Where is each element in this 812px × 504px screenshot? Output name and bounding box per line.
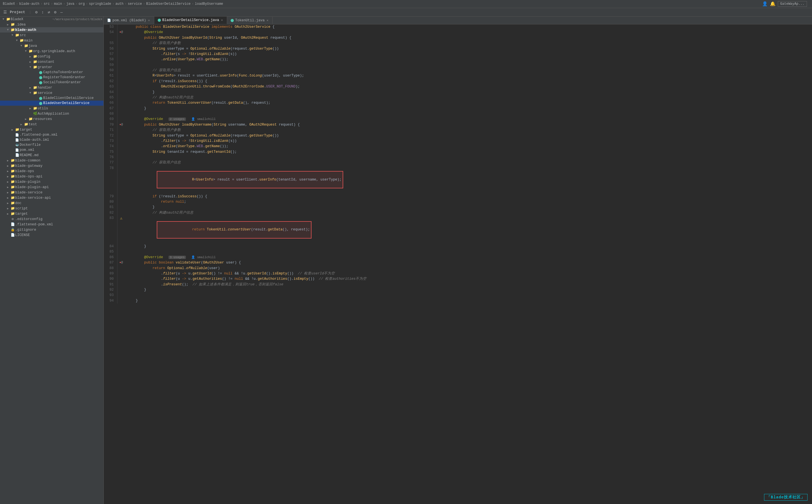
tree-item-script[interactable]: ▶ 📁 script (0, 206, 103, 211)
tab-token-util[interactable]: ⬤ TokenUtil.java ✕ (227, 17, 273, 24)
toolbar-minimize-icon[interactable]: — (59, 10, 64, 15)
java-icon-captcha: ⬤ (38, 71, 43, 74)
line-num-92: 92 (104, 287, 117, 293)
code-editor[interactable]: 53 public class BladeUserDetailService i… (104, 24, 812, 504)
tree-item-captcha[interactable]: ⬤ CaptchaTokenGranter (0, 70, 103, 75)
notification-icon[interactable]: 🔔 (770, 1, 776, 7)
tree-item-test[interactable]: ▶ 📁 test (0, 122, 103, 127)
code-line-66: return TokenUtil.convertUser(result.getD… (125, 100, 812, 106)
gateway-label[interactable]: GateWayAp... (778, 1, 807, 7)
breadcrumb-blade-auth[interactable]: blade-auth (19, 2, 39, 6)
tree-item-idea[interactable]: ▶ 📁 .idea (0, 22, 103, 27)
tree-item-social[interactable]: ⬤ SocialTokenGranter (0, 80, 103, 85)
tab-pom[interactable]: 📄 pom.xml (BladeX) ✕ (104, 17, 154, 24)
tree-item-bladex-root[interactable]: ▼ 📁 BladeX ~/Workspaces/product/BladeX (0, 17, 103, 22)
tree-item-resources[interactable]: ▶ 📁 resources (0, 116, 103, 122)
tree-item-editorconfig[interactable]: ⚙ .editorconfig (0, 216, 103, 222)
tree-item-gitignore[interactable]: 🔒 .gitignore (0, 227, 103, 232)
breadcrumb-method[interactable]: loadByUsername (195, 2, 223, 6)
gitignore-icon: 🔒 (10, 228, 15, 232)
code-row-91: 91 .isPresent(); // 如果上述条件都满足，则返回true，否则… (104, 282, 812, 287)
arrow-src: ▼ (10, 34, 15, 37)
tree-item-target-auth[interactable]: ▶ 📁 target (0, 127, 103, 132)
tab-close-token-util[interactable]: ✕ (266, 18, 269, 22)
tree-item-license[interactable]: 📄 LICENSE (0, 232, 103, 238)
tree-item-config[interactable]: ▶ 📁 config (0, 54, 103, 59)
toolbar-expand-icon[interactable]: ↕ (40, 10, 45, 15)
breadcrumb-auth[interactable]: auth (116, 2, 124, 6)
breadcrumb-main[interactable]: main (54, 2, 62, 6)
tree-item-readme[interactable]: 📄 README.md (0, 152, 103, 158)
line-num-54b (104, 35, 117, 41)
tree-item-blade-gateway[interactable]: ▶ 📁 blade-gateway (0, 163, 103, 168)
tree-item-register[interactable]: ⬤ RegisterTokenGranter (0, 75, 103, 80)
line-num-75: 75 (104, 149, 117, 155)
gutter-59 (117, 63, 125, 68)
tree-item-java[interactable]: ▼ 📁 java (0, 43, 103, 48)
gutter-86 (117, 255, 125, 260)
tree-item-blade-auth-iml[interactable]: 📄 blade-auth.iml (0, 137, 103, 142)
breadcrumb-bladex[interactable]: BladeX (3, 2, 15, 6)
tree-item-src[interactable]: ▼ 📁 src (0, 33, 103, 38)
code-line-68 (125, 111, 812, 117)
tree-item-main[interactable]: ▼ 📁 main (0, 38, 103, 43)
tree-item-blade-ops[interactable]: ▶ 📁 blade-ops (0, 168, 103, 174)
tree-item-blade-auth[interactable]: ▼ 📁 blade-auth (0, 27, 103, 33)
toolbar-config-icon[interactable]: ⚙ (53, 9, 57, 15)
toolbar-settings-icon[interactable]: ⚙ (34, 9, 38, 15)
tree-label-blade-common: blade-common (15, 159, 102, 163)
tree-item-blade-service-api[interactable]: ▶ 📁 blade-service-api (0, 195, 103, 200)
tree-item-utils[interactable]: ▶ 📁 utils (0, 106, 103, 111)
gutter-83: ⚠ (117, 216, 125, 244)
tree-item-blade-service[interactable]: ▶ 📁 blade-service (0, 190, 103, 195)
line-num-91: 91 (104, 282, 117, 287)
tree-item-flattened-pom-root[interactable]: 📄 .flattened-pom.xml (0, 222, 103, 227)
tab-close-blade-user[interactable]: ✕ (220, 18, 223, 22)
breadcrumb-java[interactable]: java (66, 2, 74, 6)
code-line-72: String userType = Optional.ofNullable(re… (125, 133, 812, 138)
toolbar-menu-icon[interactable]: ☰ (2, 9, 8, 15)
line-num-55: 55 (104, 41, 117, 46)
folder-icon-blade-ops-api: 📁 (10, 174, 15, 179)
tab-close-pom[interactable]: ✕ (147, 18, 151, 22)
arrow-org: ▼ (24, 50, 28, 53)
tree-label-service: service (38, 91, 102, 95)
tree-item-auth-app[interactable]: 🌿 AuthApplication (0, 111, 103, 116)
tree-item-target-root[interactable]: ▶ 📁 target (0, 211, 103, 216)
tree-item-constant[interactable]: ▶ 📁 constant (0, 59, 103, 64)
tree-label-blade-user: BladeUserDetailService (43, 101, 102, 105)
breadcrumb-service[interactable]: service (128, 2, 142, 6)
gutter-89 (117, 271, 125, 276)
breadcrumb-src[interactable]: src (44, 2, 50, 6)
tree-item-handler[interactable]: ▶ 📁 handler (0, 85, 103, 90)
breadcrumb-springblade[interactable]: springblade (89, 2, 111, 6)
tree-item-doc[interactable]: ▶ 📁 doc (0, 200, 103, 206)
tree-item-blade-user-detail[interactable]: ⬤ BladeUserDetailService (0, 101, 103, 106)
user-icon[interactable]: 👤 (762, 1, 768, 7)
toolbar-collapse-icon[interactable]: ⇄ (47, 9, 51, 15)
folder-icon-target-root: 📁 (10, 212, 15, 216)
tree-item-blade-common[interactable]: ▶ 📁 blade-common (0, 158, 103, 163)
gutter-65 (117, 95, 125, 100)
tree-item-org-springblade[interactable]: ▼ 📁 org.springblade.auth (0, 48, 103, 54)
tree-item-blade-plugin-api[interactable]: ▶ 📁 blade-plugin-api (0, 184, 103, 190)
tree-item-pom-auth[interactable]: 📄 pom.xml (0, 147, 103, 152)
java-icon-blade-client: ⬤ (38, 96, 43, 100)
tree-item-blade-plugin[interactable]: ▶ 📁 blade-plugin (0, 179, 103, 184)
folder-icon-blade-service: 📁 (10, 190, 15, 195)
tree-label-script: script (15, 207, 102, 211)
tree-item-dockerfile[interactable]: 🐳 Dockerfile (0, 142, 103, 147)
tree-item-blade-ops-api[interactable]: ▶ 📁 blade-ops-api (0, 174, 103, 179)
tree-item-blade-client[interactable]: ⬤ BladeClientDetailService (0, 96, 103, 101)
tree-item-service-folder[interactable]: ▼ 📁 service (0, 90, 103, 96)
folder-icon-blade-ops: 📁 (10, 169, 15, 173)
code-row-60: 60 // 获取用户信息 (104, 68, 812, 73)
breadcrumb-class[interactable]: BladeUserDetailService (146, 2, 190, 6)
breadcrumb-org[interactable]: org (79, 2, 85, 6)
tab-blade-user[interactable]: ⬤ BladeUserDetailService.java ✕ (154, 17, 227, 24)
tree-item-flattened-pom-auth[interactable]: 📄 .flattened-pom.xml (0, 132, 103, 137)
tree-label-captcha: CaptchaTokenGranter (43, 70, 102, 74)
tree-item-granter[interactable]: ▼ 📁 granter (0, 64, 103, 70)
code-row-55: 55 // 获取用户参数 (104, 41, 812, 46)
code-line-85 (125, 249, 812, 255)
